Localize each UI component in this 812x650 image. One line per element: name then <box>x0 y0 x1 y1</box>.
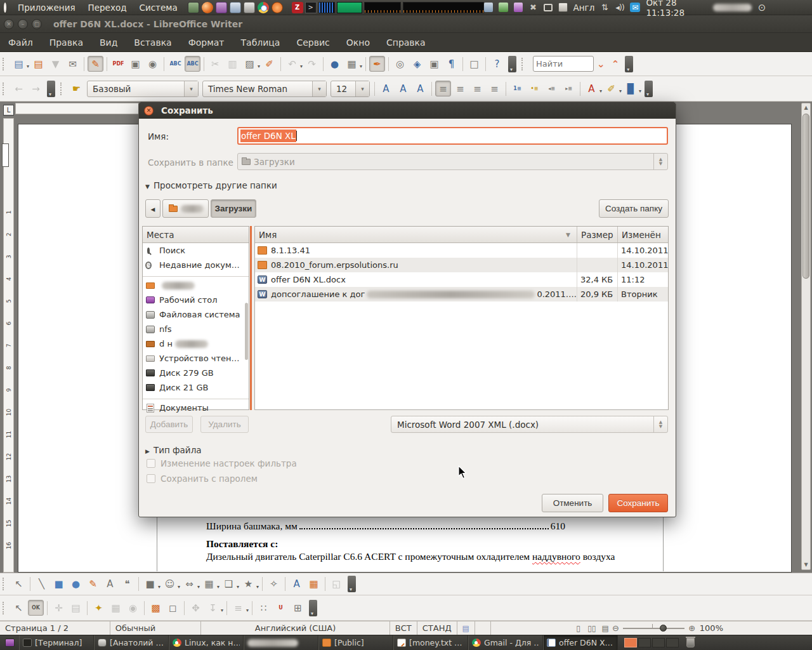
justify-button[interactable]: ≡ <box>487 81 502 96</box>
browse-folders-expander[interactable]: Просмотреть другие папки <box>145 180 277 190</box>
form-select-button[interactable]: ↖ <box>11 600 27 616</box>
menubar-item[interactable]: Сервис <box>288 37 337 48</box>
page-style-indicator[interactable]: Обычный <box>110 621 202 635</box>
column-header-size[interactable]: Размер <box>577 227 618 242</box>
taskbar-item[interactable]: [Анатолий … <box>94 635 169 650</box>
workspace-1[interactable] <box>624 638 637 647</box>
menubar-item[interactable]: Вставка <box>126 37 180 48</box>
nav-toolbar-grip[interactable] <box>3 83 7 95</box>
page-indicator[interactable]: Страница 1 / 2 <box>0 621 110 635</box>
help-button[interactable]: ? <box>489 56 505 72</box>
italic-button[interactable]: A <box>395 81 411 96</box>
align-left-button[interactable]: ≡ <box>435 81 451 96</box>
keyboard-layout[interactable]: Англ <box>573 3 595 13</box>
file-row[interactable]: offer D6N XL.docx 32,4 КБ 11:12 <box>255 272 668 287</box>
place-item[interactable]: Поиск <box>143 243 249 258</box>
taskbar-item[interactable]: [Терминал] <box>19 635 94 650</box>
remote-desktop-icon[interactable] <box>188 2 199 13</box>
insert-table-button[interactable]: ▦ <box>344 56 360 72</box>
ellipse-button[interactable]: ● <box>68 576 84 592</box>
monitor-icon[interactable] <box>544 4 553 11</box>
window-minimize-button[interactable] <box>18 19 28 29</box>
table-control-button[interactable]: ▦ <box>108 600 124 616</box>
trash-icon[interactable] <box>686 638 695 647</box>
column-header-name[interactable]: Имя <box>255 227 577 242</box>
dialog-titlebar[interactable]: Сохранить <box>139 102 676 119</box>
font-color-button[interactable]: A <box>584 81 599 96</box>
workspace-4[interactable] <box>666 638 679 647</box>
show-desktop-button[interactable] <box>3 637 16 649</box>
keyboard-icon[interactable] <box>558 3 568 12</box>
toolbar-overflow-button[interactable] <box>508 56 516 72</box>
select-button[interactable]: ↖ <box>11 576 27 592</box>
zoom-out-icon[interactable]: ⊖ <box>612 623 619 633</box>
dropdown-arrow-icon[interactable] <box>300 63 303 69</box>
zoom-level[interactable]: 100% <box>695 623 723 633</box>
rectangle-button[interactable]: ■ <box>51 576 67 592</box>
ubuntu-logo-icon[interactable] <box>4 3 6 13</box>
clock[interactable]: Окт 28 11:13:28 <box>646 0 707 18</box>
power-icon[interactable] <box>757 3 766 12</box>
file-row[interactable]: допсоглашение к дог 0.2011…. 20,9 КБ Вто… <box>255 287 668 302</box>
align-center-button[interactable]: ≡ <box>452 81 468 96</box>
password-checkbox[interactable] <box>147 474 155 483</box>
bold-button[interactable]: A <box>378 81 394 96</box>
menubar-item[interactable]: Вид <box>91 37 126 48</box>
find-input[interactable] <box>533 56 594 72</box>
taskbar-item[interactable]: Gmail - Для … <box>468 635 543 650</box>
drawing-overflow-button[interactable] <box>348 576 356 592</box>
chrome-icon[interactable] <box>258 2 269 13</box>
form-navigator-button[interactable]: ▩ <box>148 600 164 616</box>
paragraph-style-combo[interactable]: Базовый <box>87 81 199 97</box>
save-button[interactable]: Сохранить <box>608 494 668 512</box>
option-button[interactable]: ◉ <box>125 600 141 616</box>
add-place-button[interactable]: Добавить <box>145 416 193 433</box>
control-properties-button[interactable]: ✛ <box>51 600 67 616</box>
network-graph-icon[interactable] <box>364 2 401 13</box>
design-mode-button[interactable]: OK <box>28 600 44 616</box>
spelling-button[interactable]: ABC <box>167 56 183 72</box>
volume-icon[interactable] <box>615 3 624 12</box>
mail-icon[interactable] <box>630 3 640 12</box>
find-previous-icon[interactable]: ⌃ <box>612 58 620 70</box>
dropdown-arrow-icon[interactable] <box>178 584 180 590</box>
dropdown-arrow-icon[interactable] <box>256 584 259 590</box>
zoom-in-icon[interactable]: ⊕ <box>688 623 695 633</box>
snap-to-grid-button[interactable]: U <box>273 600 289 616</box>
dropdown-arrow-icon[interactable] <box>360 63 362 69</box>
form-toolbar-grip[interactable] <box>3 602 7 614</box>
print-button[interactable]: ▣ <box>128 56 143 72</box>
dropdown-arrow-icon[interactable] <box>258 63 260 69</box>
form-overflow-button[interactable] <box>309 600 317 616</box>
window-maximize-button[interactable] <box>32 19 42 29</box>
place-item[interactable] <box>143 395 249 399</box>
find-replace-button[interactable]: ◎ <box>392 56 408 72</box>
drawing-button[interactable]: ✒ <box>369 56 385 72</box>
back-button[interactable]: ← <box>11 81 27 96</box>
filename-input[interactable]: offer D6N XL <box>237 127 668 145</box>
dropdown-arrow-icon[interactable] <box>639 88 641 94</box>
star-shapes-button[interactable]: ★ <box>240 576 256 592</box>
move-button[interactable]: ✥ <box>188 600 204 616</box>
place-item[interactable]: Недавние докум… <box>143 258 249 272</box>
panel-menu[interactable]: Переход <box>82 3 133 13</box>
place-item[interactable]: Диск 21 GB <box>143 380 249 395</box>
dropdown-arrow-icon[interactable] <box>27 63 29 69</box>
cpu-graph-icon[interactable] <box>318 2 335 13</box>
export-pdf-button[interactable]: PDF <box>110 56 126 72</box>
drawing-toolbar-grip[interactable] <box>3 578 7 590</box>
taskbar-item[interactable]: [money.txt … <box>393 635 468 650</box>
user-switch-icon[interactable] <box>484 3 493 12</box>
align-right-button[interactable]: ≡ <box>469 81 485 96</box>
tab-stop-selector[interactable]: L <box>3 105 14 116</box>
anchor-button[interactable]: ↧ <box>205 600 221 616</box>
document-modified-icon[interactable]: ▤ <box>457 621 475 635</box>
dropdown-arrow-icon[interactable] <box>217 584 219 590</box>
place-item[interactable]: Рабочий стол <box>143 293 249 307</box>
formatting-overflow-button[interactable] <box>645 81 653 97</box>
dropdown-arrow-icon[interactable] <box>221 607 223 613</box>
insert-mode-indicator[interactable]: ВСТ <box>390 621 417 635</box>
scroll-down-icon[interactable] <box>802 560 810 569</box>
place-item[interactable]: Документы <box>143 401 249 415</box>
highlight-color-button[interactable]: ✐ <box>603 81 619 96</box>
